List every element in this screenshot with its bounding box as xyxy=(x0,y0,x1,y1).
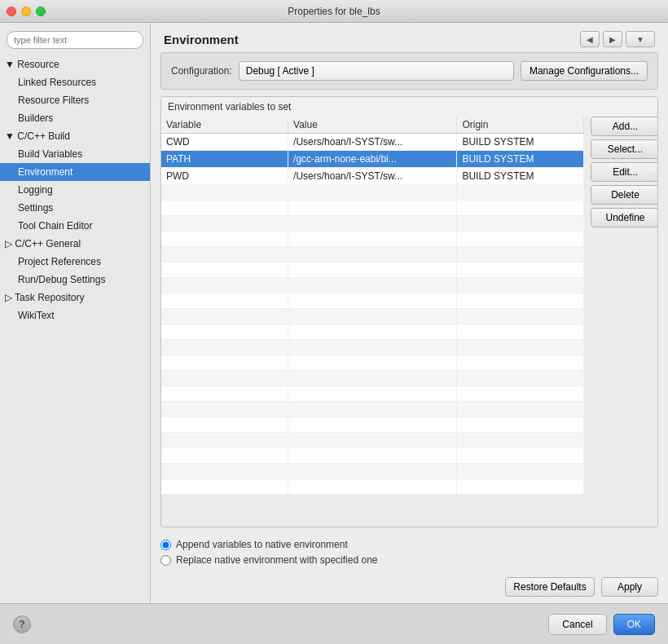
sidebar-item-project-references[interactable]: Project References xyxy=(0,253,150,271)
window-title: Properties for ble_lbs xyxy=(288,6,380,17)
replace-radio[interactable] xyxy=(160,555,171,566)
resource-label: ▼ Resource xyxy=(5,59,59,70)
append-label: Append variables to native environment xyxy=(176,539,348,550)
env-section-wrapper: Environment variables to set Variable Va… xyxy=(160,96,658,527)
table-row[interactable]: CWD /Users/hoan/I-SYST/sw... BUILD SYSTE… xyxy=(161,134,584,151)
sidebar-item-settings[interactable]: Settings xyxy=(0,199,150,217)
back-button[interactable]: ◀ xyxy=(580,31,600,47)
replace-label: Replace native environment with specifie… xyxy=(176,554,377,566)
main-container: ▼ Resource Linked Resources Resource Fil… xyxy=(0,23,668,644)
environment-label: Environment xyxy=(18,166,73,178)
radio-section: Append variables to native environment R… xyxy=(151,532,668,572)
env-section-title: Environment variables to set xyxy=(161,97,657,117)
builders-label: Builders xyxy=(18,112,53,124)
linked-resources-label: Linked Resources xyxy=(18,77,96,88)
bottom-bar: ? Cancel OK xyxy=(0,603,668,644)
cell-variable: PWD xyxy=(161,168,288,185)
apply-button[interactable]: Apply xyxy=(601,577,658,597)
append-radio[interactable] xyxy=(160,540,171,550)
action-buttons: Add... Select... Edit... Delete Undefine xyxy=(584,117,657,527)
cell-value: /Users/hoan/I-SYST/sw... xyxy=(288,134,457,151)
minimize-button[interactable] xyxy=(21,7,31,16)
forward-button[interactable]: ▶ xyxy=(603,31,622,47)
panel-title: Environment xyxy=(164,33,239,46)
empty-row xyxy=(161,185,584,201)
empty-row xyxy=(161,433,584,448)
sidebar-item-build-variables[interactable]: Build Variables xyxy=(0,145,150,163)
env-table: Variable Value Origin CWD /Users/hoan/I-… xyxy=(161,117,584,495)
sidebar-item-builders[interactable]: Builders xyxy=(0,109,150,127)
config-section: Configuration: Debug [ Active ] Manage C… xyxy=(160,52,658,90)
sidebar-item-logging[interactable]: Logging xyxy=(0,181,150,199)
add-button[interactable]: Add... xyxy=(591,117,657,136)
select-button[interactable]: Select... xyxy=(591,139,657,159)
cell-origin: BUILD SYSTEM xyxy=(457,168,584,185)
cancel-button[interactable]: Cancel xyxy=(548,614,606,635)
content-area: ▼ Resource Linked Resources Resource Fil… xyxy=(0,23,668,603)
sidebar-item-cpp-build[interactable]: ▼ C/C++ Build xyxy=(0,127,150,145)
bottom-left: ? xyxy=(13,615,31,633)
restore-defaults-button[interactable]: Restore Defaults xyxy=(505,577,595,597)
logging-label: Logging xyxy=(18,184,53,196)
menu-button[interactable]: ▼ xyxy=(626,31,655,47)
empty-row xyxy=(161,417,584,433)
sidebar: ▼ Resource Linked Resources Resource Fil… xyxy=(0,23,151,603)
env-table-wrapper: Environment variables to set Variable Va… xyxy=(160,96,658,527)
empty-row xyxy=(161,448,584,464)
help-button[interactable]: ? xyxy=(13,615,31,633)
cell-variable: PATH xyxy=(161,151,288,168)
col-header-origin[interactable]: Origin xyxy=(457,117,584,134)
sidebar-item-environment[interactable]: Environment xyxy=(0,163,150,181)
bottom-right: Cancel OK xyxy=(548,614,655,635)
sidebar-item-resource[interactable]: ▼ Resource xyxy=(0,55,150,73)
delete-button[interactable]: Delete xyxy=(591,185,657,205)
ok-button[interactable]: OK xyxy=(613,614,655,635)
filter-input[interactable] xyxy=(7,31,143,49)
cell-value: /gcc-arm-none-eabi/bi... xyxy=(288,151,457,168)
tool-chain-editor-label: Tool Chain Editor xyxy=(18,220,92,232)
empty-row xyxy=(161,371,584,386)
cell-origin: BUILD SYSTEM xyxy=(457,134,584,151)
edit-button[interactable]: Edit... xyxy=(591,162,657,182)
empty-row xyxy=(161,324,584,340)
empty-row xyxy=(161,216,584,232)
close-button[interactable] xyxy=(7,7,16,16)
config-dropdown[interactable]: Debug [ Active ] xyxy=(239,61,514,81)
empty-row xyxy=(161,464,584,479)
config-label: Configuration: xyxy=(171,65,232,77)
col-header-value[interactable]: Value xyxy=(288,117,457,134)
table-and-actions: Variable Value Origin CWD /Users/hoan/I-… xyxy=(161,117,657,527)
empty-row xyxy=(161,479,584,495)
append-radio-row[interactable]: Append variables to native environment xyxy=(160,539,658,550)
table-row[interactable]: PWD /Users/hoan/I-SYST/sw... BUILD SYSTE… xyxy=(161,168,584,185)
empty-row xyxy=(161,278,584,293)
panel-bottom-buttons: Restore Defaults Apply xyxy=(151,572,668,603)
replace-radio-row[interactable]: Replace native environment with specifie… xyxy=(160,554,658,566)
empty-row xyxy=(161,386,584,402)
cell-value: /Users/hoan/I-SYST/sw... xyxy=(288,168,457,185)
cell-variable: CWD xyxy=(161,134,288,151)
main-panel: Environment ◀ ▶ ▼ Configuration: Debug [… xyxy=(151,23,668,603)
empty-row xyxy=(161,340,584,355)
table-scroll[interactable]: Variable Value Origin CWD /Users/hoan/I-… xyxy=(161,117,584,527)
wikitext-label: WikiText xyxy=(18,310,55,321)
header-controls: ◀ ▶ ▼ xyxy=(580,31,655,47)
empty-row xyxy=(161,355,584,371)
manage-configurations-button[interactable]: Manage Configurations... xyxy=(521,61,648,81)
col-header-variable[interactable]: Variable xyxy=(161,117,288,134)
table-row[interactable]: PATH /gcc-arm-none-eabi/bi... BUILD SYST… xyxy=(161,151,584,168)
sidebar-item-cpp-general[interactable]: ▷ C/C++ General xyxy=(0,235,150,253)
window-controls xyxy=(7,7,46,16)
sidebar-item-wikitext[interactable]: WikiText xyxy=(0,307,150,324)
task-repository-label: ▷ Task Repository xyxy=(5,292,84,303)
sidebar-item-resource-filters[interactable]: Resource Filters xyxy=(0,91,150,109)
sidebar-item-linked-resources[interactable]: Linked Resources xyxy=(0,73,150,91)
undefine-button[interactable]: Undefine xyxy=(591,208,657,227)
empty-row xyxy=(161,293,584,309)
sidebar-item-tool-chain-editor[interactable]: Tool Chain Editor xyxy=(0,217,150,235)
empty-row xyxy=(161,247,584,262)
maximize-button[interactable] xyxy=(36,7,46,16)
sidebar-item-task-repository[interactable]: ▷ Task Repository xyxy=(0,289,150,307)
filter-container xyxy=(0,28,150,55)
sidebar-item-run-debug-settings[interactable]: Run/Debug Settings xyxy=(0,271,150,289)
